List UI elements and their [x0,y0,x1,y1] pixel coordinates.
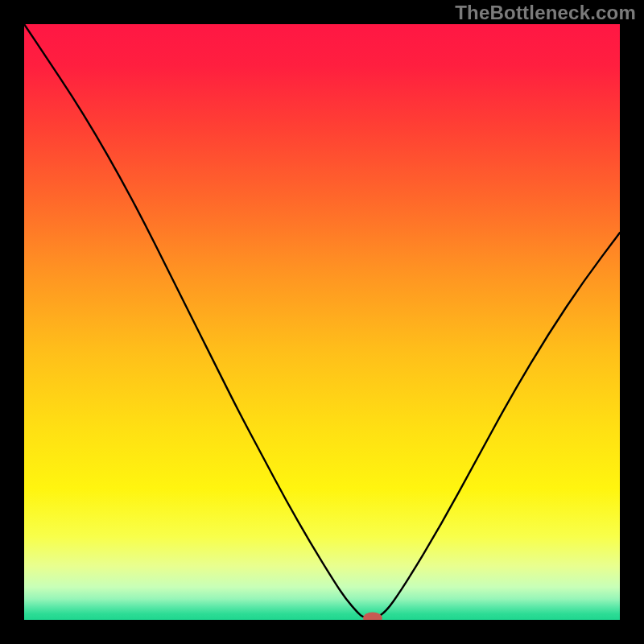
gradient-background [24,24,620,620]
plot-area [24,24,620,620]
chart-container: TheBottleneck.com [0,0,644,644]
chart-svg [24,24,620,620]
watermark-text: TheBottleneck.com [455,2,636,24]
